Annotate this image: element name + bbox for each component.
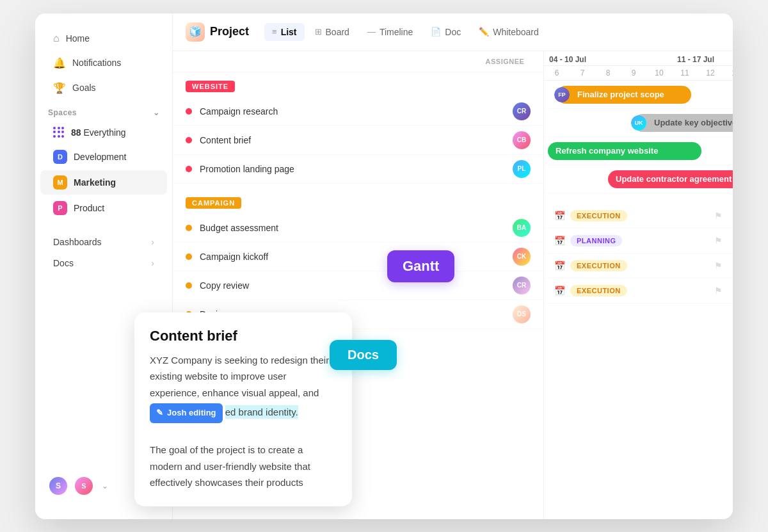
gantt-bar-finalize[interactable]: FP Finalize project scope [557,86,691,104]
sidebar-item-dashboards[interactable]: Dashboards › [40,232,167,252]
assignee-header: ASSIGNEE [479,58,531,65]
list-item[interactable]: 📅 EXECUTION ⚑ [544,204,733,229]
status-badge: EXECUTION [570,285,627,296]
gantt-row: Update contractor agreement [544,165,733,193]
tab-list[interactable]: ≡ List [264,23,304,41]
task-status-dot [186,225,192,231]
calendar-icon: 📅 [554,211,565,221]
gantt-bar-contractor[interactable]: Update contractor agreement [608,170,733,188]
mkt-badge: M [53,175,67,189]
gantt-body: FP Finalize project scope UK Update key … [544,81,733,337]
calendar-icon: 📅 [554,236,565,246]
whiteboard-icon: ✏️ [479,27,489,36]
list-item[interactable]: 📅 EXECUTION ⚑ [544,254,733,278]
flag-icon: ⚑ [714,236,723,246]
chevron-down-icon[interactable]: ⌄ [102,481,108,490]
status-badge: EXECUTION [570,210,627,222]
gantt-bar-label: Refresh company website [556,146,658,156]
day-6: 6 [544,66,570,80]
table-row[interactable]: Copy review CR [173,271,543,300]
tab-doc[interactable]: 📄 Doc [423,23,468,41]
sidebar-item-product[interactable]: P Product [40,196,167,220]
task-name: Content brief [200,135,513,145]
sidebar-item-goals-label: Goals [72,83,96,93]
sidebar-item-home[interactable]: ⌂ Home [40,27,167,50]
campaign-section-header: CAMPAIGN [173,189,543,214]
task-name: Promotion landing page [200,164,513,174]
docs-floating-button[interactable]: Docs [330,340,397,370]
edit-icon: ✎ [156,406,163,420]
status-badge: EXECUTION [570,260,627,271]
sidebar-item-everything[interactable]: 88 Everything [40,122,167,143]
day-10: 10 [646,66,672,80]
list-icon: ≡ [272,27,277,36]
calendar-icon: 📅 [554,261,565,271]
status-badge: PLANNING [570,235,622,246]
task-list-header: ASSIGNEE [173,51,543,72]
avatar: CK [513,248,531,266]
gantt-bar-website[interactable]: Refresh company website [548,142,701,160]
day-11: 11 [672,66,698,80]
gantt-row: Refresh company website [544,137,733,165]
gantt-floating-badge[interactable]: Gantt [387,250,454,282]
tab-whiteboard[interactable]: ✏️ Whiteboard [471,23,547,41]
gantt-bar-objectives[interactable]: UK Update key objectives [634,114,733,132]
tab-timeline[interactable]: — Timeline [360,23,420,41]
week-label-1: 04 - 10 Jul [544,51,672,66]
list-item[interactable]: 📅 PLANNING ⚑ [544,229,733,254]
chevron-right-icon: › [151,258,154,268]
project-header: 🧊 Project ≡ List ⊞ Board — Timeline 📄 Do… [173,13,733,51]
bell-icon: 🔔 [53,57,66,69]
sidebar-item-goals[interactable]: 🏆 Goals [40,76,167,100]
table-row[interactable]: Budget assessment BA [173,214,543,243]
user-avatar-gradient: S [48,476,68,496]
tab-navigation: ≡ List ⊞ Board — Timeline 📄 Doc ✏️ Wh [264,23,547,41]
website-badge: WEBSITE [186,81,235,92]
project-title: Project [210,25,249,38]
gantt-bar-label: Finalize project scope [564,90,664,99]
avatar: CR [513,277,531,294]
table-row[interactable]: Promotion landing page PL [173,155,543,184]
avatar: PL [513,160,531,178]
gantt-bar-label: Update contractor agreement [616,174,732,184]
gantt-week-1: 04 - 10 Jul 6 7 8 9 10 [544,51,672,80]
chevron-down-icon[interactable]: ⌄ [153,108,160,117]
sidebar-item-notifications-label: Notifications [72,58,121,68]
status-section: 📅 EXECUTION ⚑ 📅 PLANNING ⚑ 📅 EXECUTION [544,204,733,303]
sidebar-item-marketing[interactable]: M Marketing [40,170,167,195]
gantt-header: 04 - 10 Jul 6 7 8 9 10 11 - 17 Jul 11 [544,51,733,81]
sidebar-item-development[interactable]: D Development [40,145,167,169]
task-status-dot [186,282,192,289]
user-photo: S [74,476,94,496]
table-row[interactable]: Campaign kickoff CK [173,243,543,271]
gantt-row: UK Update key objectives [544,109,733,137]
doc-icon: 📄 [431,27,441,36]
product-label: Product [74,203,104,213]
table-row[interactable]: Content brief CB [173,126,543,155]
website-section-header: WEBSITE [173,72,543,97]
calendar-icon: 📅 [554,286,565,296]
day-13: 13 [723,66,733,80]
avatar: UK [631,115,646,131]
day-7: 7 [570,66,595,80]
timeline-icon: — [367,27,376,36]
grid-icon [53,127,65,138]
chevron-right-icon: › [151,237,154,247]
project-icon: 🧊 [186,22,205,42]
docs-floating-panel: Content brief XYZ Company is seeking to … [134,312,352,506]
gantt-bar-label: Update key objectives [641,118,733,127]
spaces-section: Spaces ⌄ [35,101,172,121]
avatar: DS [513,305,531,323]
sidebar-item-docs[interactable]: Docs › [40,253,167,273]
josh-editing-badge[interactable]: ✎ Josh editing [150,403,223,423]
trophy-icon: 🏆 [53,82,66,94]
task-status-dot [186,254,192,260]
prd-badge: P [53,201,67,215]
table-row[interactable]: Campaign research CR [173,97,543,126]
sidebar-item-notifications[interactable]: 🔔 Notifications [40,51,167,75]
task-status-dot [186,137,192,143]
tab-board[interactable]: ⊞ Board [307,23,357,41]
list-item[interactable]: 📅 EXECUTION ⚑ [544,278,733,303]
task-name: Budget assessment [200,223,513,233]
development-label: Development [74,152,127,162]
